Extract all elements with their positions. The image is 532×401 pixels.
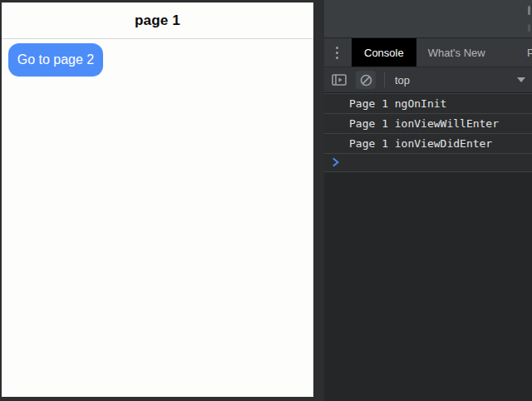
- console-message-text: Page 1 ionViewDidEnter: [349, 137, 492, 150]
- kebab-dots: [336, 47, 338, 59]
- console-message-text: Page 1 ngOnInit: [349, 97, 446, 110]
- tab-console[interactable]: Console: [352, 38, 416, 67]
- go-to-page-2-button[interactable]: Go to page 2: [8, 43, 103, 77]
- app-header: page 1: [2, 2, 313, 39]
- context-selector[interactable]: top: [395, 74, 410, 87]
- tab-clipped-label: P: [527, 47, 532, 59]
- devtools-panel: Console What's New P: [324, 0, 532, 401]
- chevron-down-icon[interactable]: [517, 77, 525, 82]
- tab-whats-new-label: What's New: [428, 47, 485, 59]
- tab-clipped[interactable]: P: [527, 38, 532, 67]
- console-message-text: Page 1 ionViewWillEnter: [349, 117, 499, 130]
- app-panel: page 1 Go to page 2: [2, 2, 313, 397]
- scrollbar-thumb[interactable]: [528, 24, 530, 32]
- tab-console-label: Console: [364, 47, 404, 59]
- clear-console-icon[interactable]: [356, 71, 376, 89]
- console-toolbar: top: [324, 67, 532, 93]
- page-title: page 1: [135, 12, 180, 29]
- console-message-row: Page 1 ionViewWillEnter: [324, 113, 532, 133]
- console-output: Page 1 ngOnInit Page 1 ionViewWillEnter …: [324, 93, 532, 401]
- console-prompt-icon: [332, 156, 340, 171]
- kebab-menu-icon[interactable]: [330, 38, 343, 67]
- toolbar-divider: [384, 72, 385, 87]
- console-message-row: Page 1 ionViewDidEnter: [324, 133, 532, 153]
- console-message-row: Page 1 ngOnInit: [324, 93, 532, 113]
- scrollbar-thumb[interactable]: [528, 6, 530, 15]
- devtools-top-chrome: [324, 0, 532, 37]
- console-input-row[interactable]: [324, 153, 532, 172]
- devtools-tabbar: Console What's New P: [324, 37, 532, 67]
- screenshot-root: page 1 Go to page 2 Console What's New P: [0, 0, 532, 401]
- sidebar-toggle-icon[interactable]: [331, 72, 347, 87]
- tab-whats-new[interactable]: What's New: [416, 38, 497, 67]
